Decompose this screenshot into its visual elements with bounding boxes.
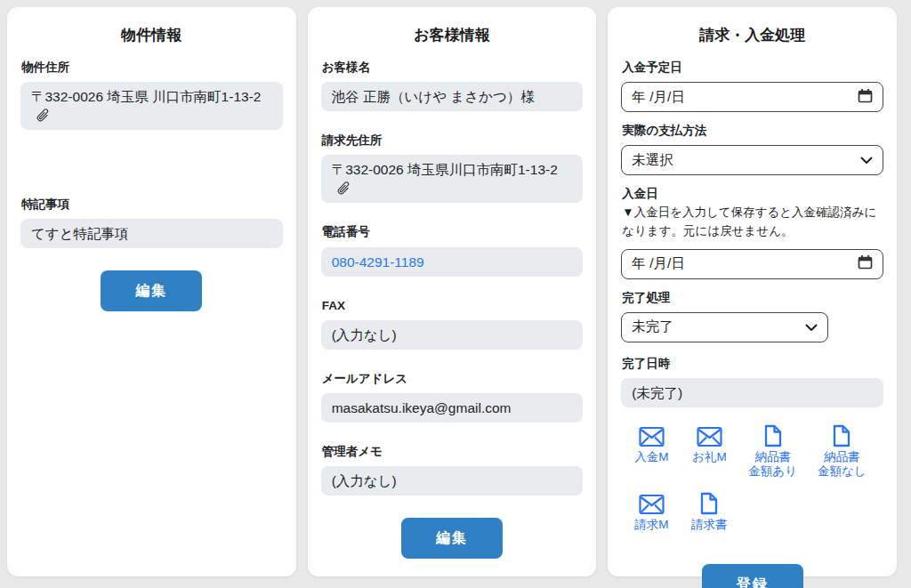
admin-memo-field: 管理者メモ (入力なし)	[321, 445, 584, 495]
property-address-label: 物件住所	[21, 60, 283, 75]
doc-label: お礼M	[692, 450, 727, 464]
delivery-note-without-amount-button[interactable]: 納品書 金額なし	[818, 423, 867, 479]
completion-select[interactable]: 未完了	[621, 312, 828, 342]
doc-label: 請求M	[634, 518, 668, 532]
property-notes-value: てすと特記事項	[20, 219, 283, 248]
calendar-icon[interactable]	[858, 88, 873, 107]
paperclip-icon[interactable]	[333, 178, 354, 199]
thanks-mail-button[interactable]: お礼M	[690, 423, 728, 464]
completion-datetime-field: 完了日時 (未完了)	[621, 357, 883, 407]
payment-due-date-input[interactable]: 年 /月/日	[621, 82, 883, 112]
payment-date-label: 入金日	[622, 187, 883, 201]
payment-mail-button[interactable]: 入金M	[633, 423, 670, 464]
email-label: メールアドレス	[322, 372, 584, 386]
chevron-down-icon	[860, 152, 873, 168]
customer-name-value: 池谷 正勝（いけや まさかつ）様	[321, 82, 584, 111]
phone-label: 電話番号	[322, 225, 584, 239]
payment-method-field: 実際の支払方法 未選択	[621, 124, 883, 175]
customer-panel-title: お客様情報	[321, 25, 584, 45]
invoice-mail-button[interactable]: 請求M	[633, 491, 670, 532]
doc-label: 納品書 金額あり	[748, 450, 797, 479]
page: 物件情報 物件住所 〒332-0026 埼玉県 川口市南町1-13-2 特記事項…	[0, 0, 911, 588]
payment-method-label: 実際の支払方法	[622, 124, 883, 138]
customer-name-label: お客様名	[322, 60, 584, 75]
billing-payment-panel: 請求・入金処理 入金予定日 年 /月/日 実際の支払方法 未選択 入金日 ▼入金…	[608, 7, 897, 576]
payment-due-date-label: 入金予定日	[622, 60, 883, 75]
payment-date-field: 入金日 ▼入金日を入力して保存すると入金確認済みになります。元には戻せません。 …	[621, 187, 883, 278]
billing-address-label: 請求先住所	[322, 133, 584, 148]
date-placeholder: 年 /月/日	[632, 254, 684, 273]
paperclip-icon[interactable]	[32, 105, 53, 126]
email-value: masakatsu.ikeya@gmail.com	[321, 393, 584, 423]
chevron-down-icon	[805, 319, 818, 335]
calendar-icon[interactable]	[858, 254, 873, 273]
payment-due-date-field: 入金予定日 年 /月/日	[621, 60, 883, 112]
completion-label: 完了処理	[622, 291, 883, 305]
completion-datetime-value: (未完了)	[621, 378, 883, 407]
fax-value: (入力なし)	[321, 320, 584, 350]
billing-panel-title: 請求・入金処理	[621, 25, 883, 45]
property-edit-button[interactable]: 編集	[101, 270, 202, 311]
admin-memo-value: (入力なし)	[321, 466, 584, 495]
billing-address-value: 〒332-0026 埼玉県川口市南町1-13-2	[321, 155, 584, 203]
fax-label: FAX	[322, 299, 584, 313]
payment-method-selected: 未選択	[632, 151, 673, 170]
doc-label: 納品書 金額なし	[818, 450, 867, 479]
register-button[interactable]: 登録	[702, 564, 803, 588]
envelope-icon	[639, 491, 665, 515]
completion-datetime-label: 完了日時	[622, 357, 883, 371]
billing-address-text: 〒332-0026 埼玉県川口市南町1-13-2	[332, 162, 558, 177]
payment-date-note: ▼入金日を入力して保存すると入金確認済みになります。元には戻せません。	[622, 203, 883, 241]
phone-link[interactable]: 080-4291-1189	[332, 254, 424, 270]
document-icon	[700, 491, 718, 515]
property-notes-field: 特記事項 てすと特記事項	[20, 197, 283, 248]
payment-date-input[interactable]: 年 /月/日	[621, 249, 883, 279]
phone-field: 電話番号 080-4291-1189	[321, 225, 584, 276]
document-actions-row-2: 請求M 請求書	[633, 491, 883, 532]
property-notes-label: 特記事項	[21, 197, 283, 212]
doc-label: 入金M	[634, 450, 668, 464]
email-field: メールアドレス masakatsu.ikeya@gmail.com	[321, 372, 584, 423]
property-address-value: 〒332-0026 埼玉県 川口市南町1-13-2	[20, 82, 283, 130]
admin-memo-label: 管理者メモ	[322, 445, 584, 459]
doc-label: 請求書	[691, 518, 728, 532]
customer-edit-button[interactable]: 編集	[401, 518, 503, 559]
customer-name-field: お客様名 池谷 正勝（いけや まさかつ）様	[321, 60, 584, 111]
invoice-document-button[interactable]: 請求書	[690, 491, 728, 532]
completion-field: 完了処理 未完了	[621, 291, 883, 342]
property-panel-title: 物件情報	[20, 25, 283, 45]
date-placeholder: 年 /月/日	[632, 88, 684, 107]
document-actions-row-1: 入金M お礼M 納品書 金額あり 納品書 金額なし	[633, 423, 883, 479]
completion-selected: 未完了	[632, 318, 673, 336]
payment-method-select[interactable]: 未選択	[621, 145, 883, 175]
customer-info-panel: お客様情報 お客様名 池谷 正勝（いけや まさかつ）様 請求先住所 〒332-0…	[308, 7, 597, 576]
property-address-text: 〒332-0026 埼玉県 川口市南町1-13-2	[31, 89, 261, 104]
envelope-icon	[639, 423, 665, 447]
property-info-panel: 物件情報 物件住所 〒332-0026 埼玉県 川口市南町1-13-2 特記事項…	[7, 7, 296, 576]
phone-value: 080-4291-1189	[321, 247, 584, 277]
delivery-note-with-amount-button[interactable]: 納品書 金額あり	[748, 423, 797, 479]
fax-field: FAX (入力なし)	[321, 299, 584, 350]
document-icon	[833, 423, 851, 447]
envelope-icon	[697, 423, 722, 447]
property-address-field: 物件住所 〒332-0026 埼玉県 川口市南町1-13-2	[20, 60, 283, 130]
billing-address-field: 請求先住所 〒332-0026 埼玉県川口市南町1-13-2	[321, 133, 584, 203]
document-icon	[764, 423, 782, 447]
